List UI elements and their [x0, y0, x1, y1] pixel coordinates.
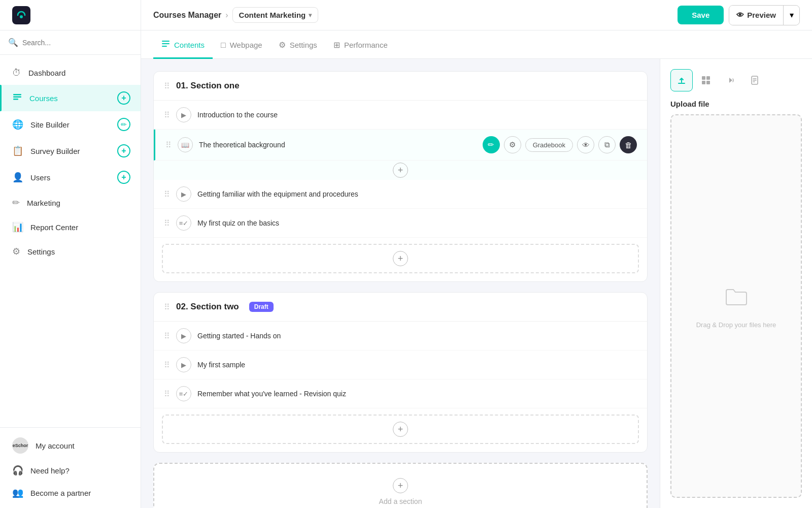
help-icon: 🎧 [12, 465, 23, 476]
svg-rect-10 [702, 81, 705, 84]
lesson-quiz-icon: ≡✓ [176, 386, 191, 401]
sidebar-item-users[interactable]: 👤 Users + [0, 164, 141, 190]
lesson-delete-button[interactable]: 🗑 [620, 136, 637, 153]
users-add-button[interactable]: + [117, 171, 130, 184]
drag-handle-lesson-5[interactable]: ⠿ [164, 331, 170, 341]
topbar-left: Courses Manager › Content Marketing ▾ [153, 7, 318, 23]
add-section-area[interactable]: + Add a section [153, 463, 648, 508]
section-two-title: 02. Section two [176, 302, 239, 312]
list-item[interactable]: ⠿ ▶ Introduction to the course [154, 101, 647, 130]
sidebar-bottom: eSchor My account 🎧 Need help? 👥 Become … [0, 427, 141, 508]
drag-handle-section-two[interactable]: ⠿ [164, 302, 170, 312]
save-button[interactable]: Save [678, 6, 724, 24]
panel-tab-audio[interactable] [719, 69, 741, 91]
topbar: Courses Manager › Content Marketing ▾ Sa… [141, 0, 812, 30]
add-section-button[interactable]: + [393, 478, 408, 493]
sidebar-item-my-account[interactable]: eSchor My account [0, 432, 141, 459]
sidebar: 🔍 ⏱ Dashboard Courses + [0, 0, 141, 508]
drag-handle-lesson-2[interactable]: ⠿ [165, 140, 172, 150]
svg-rect-7 [678, 83, 685, 84]
add-lesson-inline-button[interactable]: + [393, 163, 408, 178]
drag-handle-lesson-3[interactable]: ⠿ [164, 189, 170, 199]
upload-zone[interactable]: Drag & Drop your files here [670, 114, 802, 498]
lesson-title: Getting familiar with the equipment and … [197, 190, 637, 198]
lesson-title: The theoretical background [199, 141, 477, 149]
sidebar-item-marketing[interactable]: ✏ Marketing [0, 190, 141, 215]
drag-handle-lesson-7[interactable]: ⠿ [164, 389, 170, 399]
lesson-title: My first sample [197, 361, 637, 369]
main-area: Courses Manager › Content Marketing ▾ Sa… [141, 0, 812, 508]
lesson-title: Getting started - Hands on [197, 332, 637, 340]
sidebar-item-need-help[interactable]: 🎧 Need help? [0, 459, 141, 482]
settings-tab-icon: ⚙ [279, 40, 286, 50]
lesson-copy-button[interactable]: ⧉ [598, 136, 616, 153]
svg-point-0 [20, 15, 23, 18]
sidebar-item-site-builder[interactable]: 🌐 Site Builder ✏ [0, 111, 141, 138]
list-item[interactable]: ⠿ ▶ My first sample [154, 351, 647, 379]
draft-badge: Draft [249, 302, 274, 312]
drag-handle-lesson-4[interactable]: ⠿ [164, 218, 170, 228]
content-area: ⠿ 01. Section one ⠿ ▶ Introduction to th… [141, 59, 812, 508]
section-one-header: ⠿ 01. Section one [154, 72, 647, 100]
svg-rect-4 [162, 41, 170, 42]
sidebar-item-become-partner[interactable]: 👥 Become a partner [0, 482, 141, 504]
site-builder-edit-button[interactable]: ✏ [117, 118, 130, 131]
list-item[interactable]: ⠿ ▶ Getting familiar with the equipment … [154, 180, 647, 209]
tab-settings[interactable]: ⚙ Settings [270, 31, 325, 58]
tab-webpage[interactable]: □ Webpage [213, 31, 270, 58]
sidebar-item-courses[interactable]: Courses + [0, 85, 141, 111]
add-section-label: Add a section [379, 497, 422, 505]
section-card-two: ⠿ 02. Section two Draft ⠿ ▶ Getting star… [153, 292, 648, 453]
lesson-title: Remember what you've learned - Revision … [197, 390, 637, 398]
drag-handle-section-one[interactable]: ⠿ [164, 81, 170, 91]
partner-icon: 👥 [12, 487, 23, 498]
lesson-quiz-icon: ≡✓ [176, 215, 191, 231]
lesson-settings-button[interactable]: ⚙ [504, 136, 521, 153]
preview-button[interactable]: 👁 Preview [729, 6, 783, 25]
add-lesson-button-section-two[interactable]: + [393, 422, 408, 437]
sidebar-logo [0, 0, 141, 30]
breadcrumb-root[interactable]: Courses Manager [153, 11, 221, 20]
tab-contents[interactable]: Contents [153, 30, 213, 59]
lesson-video-icon: ▶ [176, 186, 191, 202]
list-item[interactable]: ⠿ ≡✓ My first quiz on the basics [154, 209, 647, 238]
lesson-video-icon: ▶ [176, 357, 191, 372]
lesson-edit-button[interactable]: ✏ [483, 136, 500, 153]
sidebar-item-report-center[interactable]: 📊 Report Center [0, 215, 141, 239]
audio-icon [725, 75, 735, 85]
users-icon: 👤 [12, 172, 23, 183]
webpage-tab-icon: □ [221, 41, 226, 50]
document-icon [750, 75, 760, 85]
tab-performance-label: Performance [344, 41, 388, 49]
sidebar-item-survey-builder[interactable]: 📋 Survey Builder + [0, 138, 141, 164]
drag-handle-lesson-6[interactable]: ⠿ [164, 360, 170, 370]
list-item[interactable]: ⠿ ▶ Getting started - Hands on [154, 322, 647, 351]
sidebar-item-label: My account [36, 441, 75, 450]
grid-icon [701, 75, 711, 85]
sidebar-nav: ⏱ Dashboard Courses + 🌐 Site Bui [0, 55, 141, 427]
list-item[interactable]: ⠿ 📖 The theoretical background ✏ ⚙ Grade… [154, 130, 647, 161]
course-selector[interactable]: Content Marketing ▾ [232, 7, 319, 23]
drag-handle-lesson-1[interactable]: ⠿ [164, 110, 170, 120]
panel-tab-grid[interactable] [695, 69, 717, 91]
panel-tab-upload[interactable] [670, 69, 693, 91]
lesson-preview-button[interactable]: 👁 [577, 136, 594, 153]
search-input[interactable] [22, 39, 132, 47]
list-item[interactable]: ⠿ ≡✓ Remember what you've learned - Revi… [154, 379, 647, 408]
sidebar-item-label: Report Center [30, 223, 78, 232]
sidebar-item-dashboard[interactable]: ⏱ Dashboard [0, 61, 141, 85]
search-bar[interactable]: 🔍 [0, 30, 141, 55]
courses-add-button[interactable]: + [117, 91, 130, 105]
survey-builder-add-button[interactable]: + [117, 144, 130, 157]
chevron-down-icon: ▾ [309, 12, 312, 19]
tab-performance[interactable]: ⊞ Performance [325, 31, 396, 58]
lesson-video-icon: ▶ [176, 107, 191, 122]
courses-icon [12, 92, 22, 105]
gradebook-button[interactable]: Gradebook [525, 138, 573, 152]
preview-dropdown-button[interactable]: ▾ [783, 6, 799, 25]
sidebar-item-label: Survey Builder [30, 147, 80, 155]
add-lesson-button-section-one[interactable]: + [393, 251, 408, 266]
panel-tab-doc[interactable] [743, 69, 766, 91]
preview-label: Preview [747, 11, 776, 19]
sidebar-item-settings[interactable]: ⚙ Settings [0, 239, 141, 264]
